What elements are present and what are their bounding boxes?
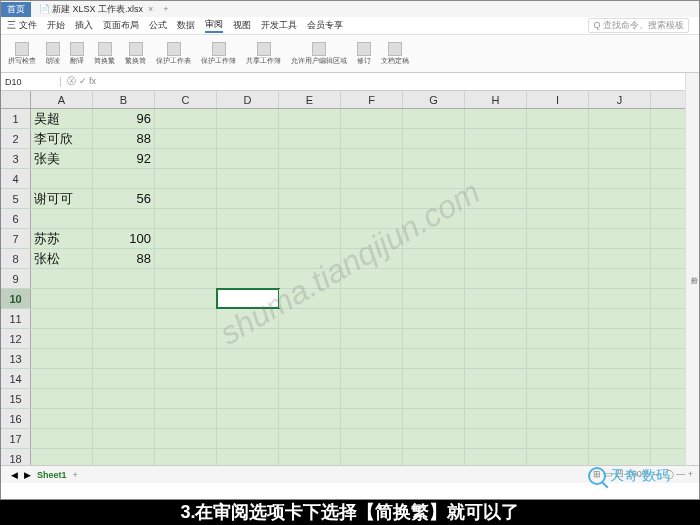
cell[interactable] [155,349,217,368]
cell[interactable] [341,109,403,128]
cell[interactable] [403,229,465,248]
cell[interactable] [403,129,465,148]
cell[interactable] [155,369,217,388]
row-header[interactable]: 11 [1,309,31,328]
ribbon-button[interactable]: 允许用户编辑区域 [288,41,350,67]
cell[interactable]: 96 [93,109,155,128]
fx-icon[interactable]: ⓧ ✓ fx [61,75,102,88]
cell[interactable] [465,429,527,448]
cell[interactable] [279,229,341,248]
cell[interactable] [155,229,217,248]
cell[interactable] [589,129,651,148]
row-header[interactable]: 17 [1,429,31,448]
row-header[interactable]: 3 [1,149,31,168]
name-box[interactable]: D10 [1,77,61,87]
cell[interactable] [31,209,93,228]
cell[interactable] [341,249,403,268]
cell[interactable] [527,229,589,248]
cell[interactable] [279,129,341,148]
ribbon-button[interactable]: 朗读 [43,41,63,67]
cell[interactable] [155,389,217,408]
cell[interactable] [341,129,403,148]
cell[interactable] [403,209,465,228]
cell[interactable] [465,349,527,368]
cell[interactable]: 李可欣 [31,129,93,148]
cell[interactable] [527,289,589,308]
cell[interactable] [589,409,651,428]
cell[interactable] [155,249,217,268]
column-header[interactable]: E [279,91,341,108]
cell[interactable] [527,209,589,228]
cell[interactable] [527,449,589,465]
cell[interactable] [403,289,465,308]
cell[interactable] [217,129,279,148]
cell[interactable] [341,189,403,208]
cell[interactable] [465,249,527,268]
close-tab-icon[interactable]: × [148,4,153,14]
cell[interactable] [341,389,403,408]
cell[interactable] [403,389,465,408]
cell[interactable] [155,269,217,288]
cell[interactable] [341,209,403,228]
cell[interactable] [217,389,279,408]
cell[interactable] [341,329,403,348]
cell[interactable] [217,329,279,348]
cell[interactable] [403,269,465,288]
cell[interactable] [217,269,279,288]
menu-item[interactable]: 插入 [75,19,93,32]
cell[interactable] [31,369,93,388]
cell[interactable] [93,269,155,288]
cell[interactable] [527,349,589,368]
ribbon-button[interactable]: 文档定稿 [378,41,412,67]
cell[interactable] [31,309,93,328]
column-header[interactable]: J [589,91,651,108]
cell[interactable] [341,289,403,308]
ribbon-button[interactable]: 共享工作簿 [243,41,284,67]
cell[interactable] [31,429,93,448]
cell[interactable] [465,109,527,128]
cell[interactable]: 88 [93,249,155,268]
cell[interactable] [279,329,341,348]
row-header[interactable]: 12 [1,329,31,348]
search-input[interactable]: Q 查找命令、搜索模板 [588,18,689,33]
cell[interactable] [341,169,403,188]
cell[interactable] [589,329,651,348]
cell[interactable] [589,369,651,388]
cell[interactable] [279,409,341,428]
cell[interactable] [465,149,527,168]
cell[interactable] [527,269,589,288]
row-header[interactable]: 15 [1,389,31,408]
ribbon-button[interactable]: 修订 [354,41,374,67]
menu-item[interactable]: 会员专享 [307,19,343,32]
ribbon-button[interactable]: 简换繁 [91,41,118,67]
cell[interactable] [217,349,279,368]
cell[interactable] [589,269,651,288]
cell[interactable] [465,409,527,428]
cell[interactable] [403,189,465,208]
cell[interactable] [155,309,217,328]
cell[interactable]: 56 [93,189,155,208]
cell[interactable] [465,189,527,208]
cell[interactable] [341,149,403,168]
cell[interactable]: 92 [93,149,155,168]
cell[interactable] [217,169,279,188]
cell[interactable] [403,429,465,448]
cell[interactable] [589,389,651,408]
cell[interactable] [279,289,341,308]
ribbon-button[interactable]: 保护工作簿 [198,41,239,67]
cell[interactable] [217,309,279,328]
cell[interactable] [527,109,589,128]
cell[interactable] [217,149,279,168]
cell[interactable] [279,109,341,128]
row-header[interactable]: 4 [1,169,31,188]
cell[interactable] [403,349,465,368]
cell[interactable] [279,189,341,208]
cell[interactable] [279,369,341,388]
cell[interactable] [217,449,279,465]
cell[interactable] [279,209,341,228]
column-header[interactable]: F [341,91,403,108]
cell[interactable] [589,349,651,368]
cell[interactable] [527,409,589,428]
cell[interactable]: 苏苏 [31,229,93,248]
cell[interactable] [217,189,279,208]
